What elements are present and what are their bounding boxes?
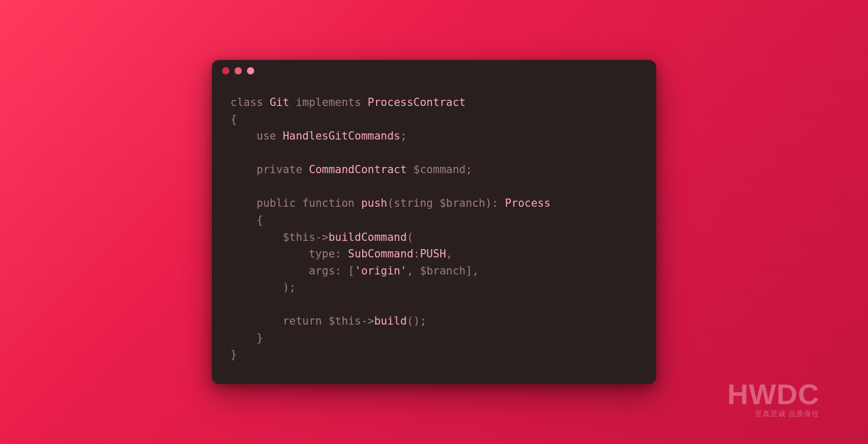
call-open: ( bbox=[407, 231, 413, 243]
comma2: , bbox=[407, 265, 413, 277]
watermark: HWDC 至真至诚 品质保住 bbox=[727, 380, 819, 417]
class-name: Git bbox=[270, 96, 289, 109]
brace-open: { bbox=[230, 113, 237, 126]
paren-close: ) bbox=[485, 197, 492, 209]
arrow2: -> bbox=[361, 315, 374, 327]
kw-implements: implements bbox=[296, 96, 361, 109]
param-var: $branch bbox=[440, 197, 486, 209]
paren-open: ( bbox=[387, 197, 394, 209]
zoom-dot-icon bbox=[247, 67, 254, 74]
colon4: : bbox=[335, 265, 342, 277]
slide-frame: class Git implements ProcessContract { u… bbox=[36, 18, 832, 426]
fn-name: push bbox=[361, 197, 388, 209]
kw-public: public bbox=[257, 197, 296, 209]
this-var: $this bbox=[283, 231, 315, 243]
semi2: ; bbox=[466, 163, 472, 176]
minimize-dot-icon bbox=[235, 67, 242, 74]
class-brace-close: } bbox=[230, 348, 237, 361]
arrow1: -> bbox=[315, 231, 328, 243]
close-call: ); bbox=[283, 281, 296, 294]
string-origin: 'origin' bbox=[354, 265, 407, 277]
colon: : bbox=[492, 197, 499, 209]
param-type: string bbox=[394, 197, 433, 209]
named-arg-args: args bbox=[309, 265, 335, 277]
watermark-big: HWDC bbox=[727, 380, 819, 409]
kw-class: class bbox=[230, 96, 263, 109]
fn-brace-open: { bbox=[257, 214, 264, 226]
colon3: : bbox=[413, 248, 420, 260]
close-dot-icon bbox=[222, 67, 229, 74]
code-window: class Git implements ProcessContract { u… bbox=[212, 60, 656, 384]
comma1: , bbox=[446, 248, 453, 260]
bracket-open: [ bbox=[348, 265, 355, 277]
code-body: class Git implements ProcessContract { u… bbox=[212, 82, 656, 384]
kw-private: private bbox=[257, 163, 303, 176]
build-call-end: (); bbox=[407, 315, 426, 327]
property-var: $command bbox=[413, 163, 466, 176]
kw-function: function bbox=[302, 197, 354, 209]
subcommand-push: PUSH bbox=[420, 248, 446, 260]
semi: ; bbox=[400, 130, 407, 142]
watermark-small: 至真至诚 品质保住 bbox=[727, 410, 819, 417]
return-type: Process bbox=[505, 197, 551, 209]
window-titlebar bbox=[212, 60, 656, 82]
subcommand-class: SubCommand bbox=[348, 248, 413, 260]
build-command-call: buildCommand bbox=[329, 231, 407, 243]
kw-use: use bbox=[257, 130, 276, 142]
build-fn: build bbox=[374, 315, 407, 327]
this-var-2: $this bbox=[329, 315, 361, 327]
contract-name: ProcessContract bbox=[368, 96, 466, 109]
property-type: CommandContract bbox=[309, 163, 407, 176]
bracket-close: ] bbox=[466, 265, 472, 277]
watermark-big-text: HWDC bbox=[727, 378, 819, 410]
branch-var: $branch bbox=[420, 265, 466, 277]
trait-name: HandlesGitCommands bbox=[283, 130, 400, 142]
comma3: , bbox=[472, 265, 479, 277]
named-arg-type: type bbox=[309, 248, 335, 260]
fn-brace-close: } bbox=[257, 332, 264, 344]
colon2: : bbox=[335, 248, 342, 260]
kw-return: return bbox=[283, 315, 322, 327]
